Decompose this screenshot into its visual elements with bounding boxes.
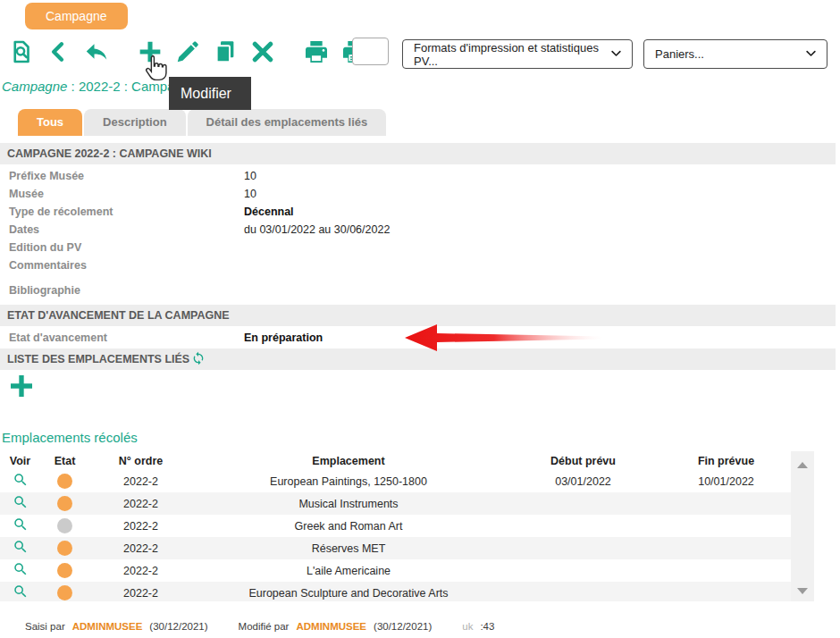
previous-button[interactable] <box>43 36 75 68</box>
view-row-button[interactable] <box>13 583 29 600</box>
printer-icon <box>302 38 331 66</box>
field-label: Bibliographie <box>0 284 244 297</box>
print-button[interactable] <box>300 36 332 68</box>
field-row: Bibliographie <box>0 281 840 299</box>
field-row-etat: Etat d'avancement En préparation <box>0 328 840 348</box>
modifie-label: Modifié par <box>239 621 290 632</box>
field-row: Datesdu 03/01/2022 au 30/06/2022 <box>0 221 840 239</box>
modifie-date: (30/12/2021) <box>374 621 432 632</box>
saisi-label: Saisi par <box>25 621 65 632</box>
undo-button[interactable] <box>80 36 113 68</box>
scroll-up-arrow-icon[interactable] <box>797 462 808 468</box>
table-scrollbar[interactable] <box>791 451 814 601</box>
status-dot <box>57 585 72 600</box>
record-fields: Préfixe Musée10 Musée10 Type de récoleme… <box>0 167 840 299</box>
section-emplacements-title: LISTE DES EMPLACEMENTS LIÉS <box>7 353 189 365</box>
saisi-user: ADMINMUSEE <box>72 621 143 632</box>
tab-bar: Tous Description Détail des emplacements… <box>18 109 386 136</box>
emplacements-recoles-link[interactable]: Emplacements récolés <box>2 430 840 445</box>
saisi-date: (30/12/2021) <box>149 621 207 632</box>
x-icon <box>249 38 276 65</box>
tab-description[interactable]: Description <box>84 109 186 136</box>
col-fin: Fin prévue <box>661 455 791 467</box>
hand-cursor-icon <box>144 54 168 87</box>
table-row: 2022-2 L'aile Americaine <box>0 559 814 582</box>
section-campagne-header: CAMPAGNE 2022-2 : CAMPAGNE WIKI <box>0 143 836 164</box>
scroll-down-arrow-icon[interactable] <box>797 588 808 594</box>
main-content: CAMPAGNE 2022-2 : CAMPAGNE WIKI Préfixe … <box>0 143 840 632</box>
view-row-button[interactable] <box>13 516 29 533</box>
view-row-button[interactable] <box>13 472 29 488</box>
view-row-button[interactable] <box>13 561 29 577</box>
col-etat: Etat <box>40 455 89 467</box>
field-label: Préfixe Musée <box>0 170 244 182</box>
status-dot <box>57 541 72 556</box>
field-value: Décennal <box>244 206 294 218</box>
field-label: Dates <box>0 223 244 236</box>
field-value: 10 <box>244 170 256 182</box>
fin-cell: 10/01/2022 <box>661 475 791 488</box>
misc-label: uk <box>462 621 473 632</box>
table-header: Voir Etat N° ordre Emplacement Début pré… <box>0 451 814 470</box>
table-row: 2022-2 Musical Instruments <box>0 492 814 515</box>
col-ordre: N° ordre <box>89 455 192 467</box>
view-row-button[interactable] <box>13 494 29 510</box>
order-cell: 2022-2 <box>89 520 192 533</box>
module-tab-campagne[interactable]: Campagne <box>25 3 128 29</box>
field-label: Edition du PV <box>0 241 244 254</box>
misc-value: :43 <box>480 621 494 632</box>
table-row: 2022-2 Réserves MET <box>0 537 814 559</box>
red-annotation-arrow <box>405 323 606 356</box>
campaign-detail-page: Campagne Formats d'impression et statist… <box>0 0 840 638</box>
copy-button[interactable] <box>209 36 241 68</box>
record-audit-footer: Saisi par ADMINMUSEE (30/12/2021) Modifi… <box>25 621 840 632</box>
emplacement-cell: European Sculpture and Decorative Arts <box>192 587 505 600</box>
field-label: Musée <box>0 188 244 200</box>
refresh-icon[interactable] <box>189 353 206 365</box>
status-dot <box>57 563 72 578</box>
status-dot <box>57 474 72 489</box>
order-cell: 2022-2 <box>89 587 192 600</box>
order-cell: 2022-2 <box>89 475 192 488</box>
breadcrumb-module: Campagne <box>2 79 67 94</box>
print-formats-select-value: Formats d'impression et statistiques PV.… <box>414 41 609 68</box>
edit-button[interactable] <box>172 36 204 68</box>
field-row: Type de récolementDécennal <box>0 203 840 221</box>
plus-icon <box>7 372 36 404</box>
view-row-button[interactable] <box>13 539 29 555</box>
record-counter-input[interactable] <box>352 38 389 65</box>
field-row: Préfixe Musée10 <box>0 167 840 185</box>
order-cell: 2022-2 <box>89 498 192 510</box>
delete-button[interactable] <box>247 36 279 68</box>
field-label: Commentaires <box>0 259 244 272</box>
col-voir: Voir <box>0 455 40 467</box>
status-dot <box>57 518 72 533</box>
chevron-down-icon <box>609 46 623 63</box>
add-emplacement-button[interactable] <box>6 373 37 403</box>
tooltip-modifier: Modifier <box>169 77 251 110</box>
field-label: Etat d'avancement <box>0 332 244 344</box>
modifie-user: ADMINMUSEE <box>296 621 366 632</box>
col-debut: Début prévu <box>505 455 661 467</box>
emplacement-cell: Musical Instruments <box>192 498 505 510</box>
baskets-select[interactable]: Paniers... <box>643 39 827 69</box>
tab-tous[interactable]: Tous <box>18 109 82 136</box>
field-row: Edition du PV <box>0 239 840 256</box>
baskets-select-value: Paniers... <box>655 47 704 61</box>
field-value: En préparation <box>244 332 323 344</box>
preview-button[interactable] <box>5 36 38 68</box>
field-label: Type de récolement <box>0 206 244 218</box>
copy-pages-icon <box>212 38 239 65</box>
field-value: du 03/01/2022 au 30/06/2022 <box>244 223 390 236</box>
undo-arrow-icon <box>83 38 110 65</box>
section-campagne-title: CAMPAGNE 2022-2 : CAMPAGNE WIKI <box>7 147 212 160</box>
order-cell: 2022-2 <box>89 565 192 577</box>
emplacements-table: Voir Etat N° ordre Emplacement Début pré… <box>0 451 814 601</box>
table-row: 2022-2 European Paintings, 1250-1800 03/… <box>0 470 814 492</box>
emplacement-cell: Réserves MET <box>192 542 505 555</box>
col-emplacement: Emplacement <box>192 455 505 467</box>
tab-detail-emplacements[interactable]: Détail des emplacements liés <box>188 109 387 136</box>
emplacement-cell: European Paintings, 1250-1800 <box>192 475 505 488</box>
print-formats-select[interactable]: Formats d'impression et statistiques PV.… <box>402 39 633 69</box>
toolbar <box>5 34 370 70</box>
